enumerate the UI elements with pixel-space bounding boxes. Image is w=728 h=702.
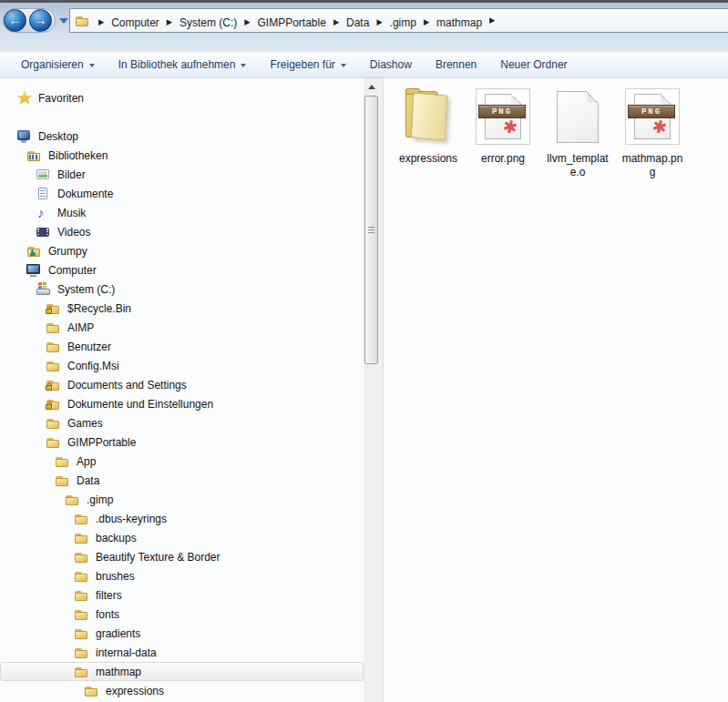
folder-icon <box>74 588 90 603</box>
back-button[interactable]: ← <box>4 9 26 32</box>
file-item[interactable]: PNG mathmap.png <box>618 86 687 179</box>
tree-item[interactable]: Config.Msi <box>0 356 364 375</box>
chevron-down-icon <box>241 64 246 70</box>
toolbar-button[interactable]: Brennen <box>424 55 488 75</box>
favorites-group: Favoriten <box>0 88 364 107</box>
tree-item[interactable]: mathmap <box>0 662 364 681</box>
breadcrumb-arrow-icon[interactable]: ▶ <box>159 18 179 27</box>
sidebar-scrollbar[interactable] <box>364 78 379 702</box>
breadcrumb-item[interactable]: ▶ GIMPPortable <box>237 16 326 29</box>
tree-item[interactable]: fonts <box>0 605 364 624</box>
tree-item[interactable]: gradients <box>0 624 364 643</box>
library-icon <box>26 148 43 163</box>
breadcrumb-item[interactable]: ▶ Computer <box>91 16 159 29</box>
splat-icon <box>499 117 519 137</box>
tree-item[interactable]: Computer <box>0 260 364 280</box>
tree-item[interactable]: internal-data <box>0 643 364 662</box>
tree-item[interactable]: Favoriten <box>0 88 364 107</box>
pictures-icon <box>36 168 52 182</box>
star-icon <box>16 91 33 106</box>
folder-icon <box>74 626 90 641</box>
file-item[interactable]: llvm_template.o <box>543 86 612 179</box>
breadcrumb-item[interactable]: ▶ System (C:) <box>159 16 238 29</box>
folder-icon <box>46 320 62 335</box>
tree-item[interactable]: Games <box>0 413 364 432</box>
address-bar[interactable]: ▶ Computer ▶ System (C:) ▶ GIMPPortable … <box>69 8 728 33</box>
tree-item[interactable]: App <box>0 452 364 471</box>
tree-item[interactable]: brushes <box>0 566 364 585</box>
toolbar-button[interactable]: Freigeben für <box>258 55 357 75</box>
tree-item[interactable]: backups <box>0 528 364 547</box>
folder-icon <box>74 550 90 565</box>
main-area: Favoriten Desktop Bibliotheken Bilder <box>0 78 728 702</box>
tree-item[interactable]: Bilder <box>0 165 364 184</box>
tree-item[interactable]: Data <box>0 471 364 490</box>
file-name: expressions <box>399 152 457 166</box>
toolbar-button[interactable]: Diashow <box>358 55 424 75</box>
folder-icon <box>74 665 90 679</box>
breadcrumb-arrow-icon[interactable]: ▶ <box>369 18 389 27</box>
scroll-up-arrow-icon[interactable] <box>364 78 379 96</box>
tree-item[interactable]: Dokumente und Einstellungen <box>0 394 364 413</box>
folder-open-icon <box>396 86 460 148</box>
breadcrumb-item[interactable]: ▶ Data <box>326 16 370 29</box>
tree-item[interactable]: Musik <box>0 203 364 222</box>
tree-item[interactable]: .dbus-keyrings <box>0 509 364 528</box>
folder-icon <box>74 531 90 545</box>
folder-icon <box>46 416 62 431</box>
breadcrumb: ▶ Computer ▶ System (C:) ▶ GIMPPortable … <box>91 12 482 29</box>
documents-icon <box>36 187 52 201</box>
toolbar-button[interactable]: Neuer Ordner <box>488 55 579 75</box>
file-tiles: expressions PNG erro <box>394 86 728 179</box>
thumbnail-frame: PNG <box>476 88 530 145</box>
file-name: mathmap.png <box>620 152 684 179</box>
breadcrumb-item[interactable]: ▶ mathmap <box>416 16 482 29</box>
folder-tree: Desktop Bibliotheken Bilder Dokumente Mu… <box>0 127 364 700</box>
breadcrumb-end-arrow-icon[interactable]: ▶ <box>482 16 502 25</box>
tree-item[interactable]: expressions <box>0 681 364 700</box>
toolbar-button[interactable]: Organisieren <box>9 55 107 75</box>
tree-item[interactable]: Beautify Texture & Border <box>0 547 364 566</box>
folder-icon <box>74 607 90 622</box>
open-folder-front <box>411 92 447 140</box>
file-item[interactable]: expressions <box>394 86 463 166</box>
tree-item[interactable]: Grumpy <box>0 241 364 260</box>
folder-icon <box>74 646 90 660</box>
thumbnail-frame <box>550 88 605 145</box>
scrollbar-thumb[interactable] <box>364 96 378 364</box>
tree-item[interactable]: Desktop <box>0 127 364 146</box>
user-folder-icon <box>26 244 43 259</box>
folder-lock-icon <box>46 301 62 316</box>
forward-button[interactable]: → <box>29 9 52 32</box>
folder-icon <box>75 14 91 28</box>
breadcrumb-arrow-icon[interactable]: ▶ <box>237 18 257 27</box>
folder-icon <box>74 569 90 584</box>
tree-item[interactable]: Videos <box>0 222 364 241</box>
toolbar-button[interactable]: In Bibliothek aufnehmen <box>107 55 259 75</box>
file-name: llvm_template.o <box>546 152 610 179</box>
tree-item[interactable]: Dokumente <box>0 184 364 203</box>
breadcrumb-arrow-icon[interactable]: ▶ <box>91 18 111 27</box>
tree-item[interactable]: Benutzer <box>0 337 364 356</box>
computer-icon <box>26 263 43 278</box>
folder-lock-icon <box>46 397 62 412</box>
nav-button-group: ← → <box>3 8 56 33</box>
breadcrumb-arrow-icon[interactable]: ▶ <box>326 18 346 27</box>
recent-pages-dropdown-icon[interactable] <box>59 18 68 28</box>
png-icon: PNG <box>471 86 535 148</box>
tree-item[interactable]: Documents and Settings <box>0 375 364 394</box>
file-page-icon <box>557 91 599 143</box>
folder-icon <box>74 512 90 526</box>
tree-item[interactable]: System (C:) <box>0 280 364 299</box>
tree-item[interactable]: $Recycle.Bin <box>0 299 364 318</box>
breadcrumb-arrow-icon[interactable]: ▶ <box>416 18 436 27</box>
tree-item[interactable]: .gimp <box>0 490 364 509</box>
folder-icon <box>65 493 81 507</box>
thumbnail-frame: PNG <box>625 88 680 145</box>
tree-item[interactable]: Bibliotheken <box>0 146 364 165</box>
tree-item[interactable]: AIMP <box>0 318 364 337</box>
tree-item[interactable]: GIMPPortable <box>0 432 364 452</box>
breadcrumb-item[interactable]: ▶ .gimp <box>369 16 416 29</box>
tree-item[interactable]: filters <box>0 585 364 605</box>
file-item[interactable]: PNG error.png <box>468 86 538 166</box>
